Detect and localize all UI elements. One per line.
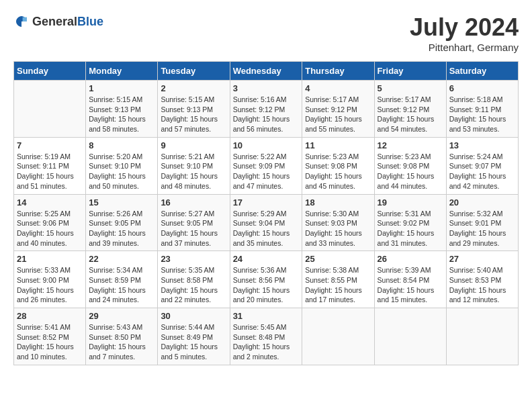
day-cell: 24Sunrise: 5:36 AMSunset: 8:56 PMDayligh…: [230, 251, 302, 308]
day-cell: [374, 308, 446, 365]
day-info: Sunrise: 5:27 AMSunset: 9:05 PMDaylight:…: [161, 210, 218, 247]
day-number: 13: [449, 140, 515, 150]
day-info: Sunrise: 5:31 AMSunset: 9:02 PMDaylight:…: [378, 210, 435, 247]
day-number: 27: [449, 254, 515, 264]
day-number: 30: [161, 311, 226, 321]
logo-text: GeneralBlue: [32, 15, 103, 29]
week-row-2: 7Sunrise: 5:19 AMSunset: 9:11 PMDaylight…: [14, 137, 519, 194]
day-info: Sunrise: 5:35 AMSunset: 8:58 PMDaylight:…: [161, 266, 218, 304]
day-info: Sunrise: 5:36 AMSunset: 8:56 PMDaylight:…: [233, 266, 290, 304]
day-info: Sunrise: 5:18 AMSunset: 9:11 PMDaylight:…: [449, 95, 506, 133]
day-cell: 29Sunrise: 5:43 AMSunset: 8:50 PMDayligh…: [86, 308, 158, 365]
day-number: 7: [17, 140, 83, 150]
day-info: Sunrise: 5:17 AMSunset: 9:12 PMDaylight:…: [305, 95, 362, 133]
day-cell: 19Sunrise: 5:31 AMSunset: 9:02 PMDayligh…: [374, 194, 446, 251]
day-info: Sunrise: 5:17 AMSunset: 9:12 PMDaylight:…: [378, 95, 435, 133]
header-row: SundayMondayTuesdayWednesdayThursdayFrid…: [14, 62, 519, 81]
calendar-body: 1Sunrise: 5:15 AMSunset: 9:13 PMDaylight…: [14, 81, 519, 365]
day-number: 23: [161, 254, 226, 264]
day-cell: 9Sunrise: 5:21 AMSunset: 9:10 PMDaylight…: [158, 137, 230, 194]
day-cell: 17Sunrise: 5:29 AMSunset: 9:04 PMDayligh…: [230, 194, 302, 251]
title-block: July 2024 Pittenhart, Germany: [410, 13, 519, 53]
day-number: 16: [161, 197, 226, 208]
day-number: 24: [233, 254, 300, 264]
day-info: Sunrise: 5:34 AMSunset: 8:59 PMDaylight:…: [89, 266, 146, 304]
header-cell-friday: Friday: [374, 62, 446, 81]
day-cell: 23Sunrise: 5:35 AMSunset: 8:58 PMDayligh…: [158, 251, 230, 308]
day-number: 17: [233, 197, 300, 208]
calendar-header: SundayMondayTuesdayWednesdayThursdayFrid…: [14, 62, 519, 81]
day-number: 6: [449, 83, 515, 93]
day-number: 29: [89, 311, 154, 321]
day-info: Sunrise: 5:23 AMSunset: 9:08 PMDaylight:…: [378, 152, 435, 190]
day-number: 9: [161, 140, 226, 150]
day-cell: 3Sunrise: 5:16 AMSunset: 9:12 PMDaylight…: [230, 81, 302, 138]
day-cell: 26Sunrise: 5:39 AMSunset: 8:54 PMDayligh…: [374, 251, 446, 308]
day-cell: [14, 81, 86, 138]
day-number: 10: [233, 140, 300, 150]
day-info: Sunrise: 5:20 AMSunset: 9:10 PMDaylight:…: [89, 152, 146, 190]
day-number: 31: [233, 311, 300, 321]
day-info: Sunrise: 5:21 AMSunset: 9:10 PMDaylight:…: [161, 152, 218, 190]
day-number: 12: [378, 140, 443, 150]
day-cell: 12Sunrise: 5:23 AMSunset: 9:08 PMDayligh…: [374, 137, 446, 194]
day-cell: 5Sunrise: 5:17 AMSunset: 9:12 PMDaylight…: [374, 81, 446, 138]
day-cell: 1Sunrise: 5:15 AMSunset: 9:13 PMDaylight…: [86, 81, 158, 138]
day-cell: 6Sunrise: 5:18 AMSunset: 9:11 PMDaylight…: [446, 81, 518, 138]
day-info: Sunrise: 5:45 AMSunset: 8:48 PMDaylight:…: [233, 323, 290, 361]
calendar-table: SundayMondayTuesdayWednesdayThursdayFrid…: [13, 61, 519, 365]
day-info: Sunrise: 5:15 AMSunset: 9:13 PMDaylight:…: [89, 95, 146, 133]
day-number: 15: [89, 197, 154, 208]
day-number: 3: [233, 83, 300, 93]
day-info: Sunrise: 5:39 AMSunset: 8:54 PMDaylight:…: [378, 266, 435, 304]
day-number: 1: [89, 83, 154, 93]
day-info: Sunrise: 5:40 AMSunset: 8:53 PMDaylight:…: [449, 266, 506, 304]
day-cell: 2Sunrise: 5:15 AMSunset: 9:13 PMDaylight…: [158, 81, 230, 138]
day-cell: 20Sunrise: 5:32 AMSunset: 9:01 PMDayligh…: [446, 194, 518, 251]
day-info: Sunrise: 5:19 AMSunset: 9:11 PMDaylight:…: [17, 152, 74, 190]
day-cell: 4Sunrise: 5:17 AMSunset: 9:12 PMDaylight…: [302, 81, 374, 138]
day-info: Sunrise: 5:29 AMSunset: 9:04 PMDaylight:…: [233, 210, 290, 247]
day-number: 8: [89, 140, 154, 150]
day-info: Sunrise: 5:32 AMSunset: 9:01 PMDaylight:…: [449, 210, 506, 247]
header-cell-tuesday: Tuesday: [158, 62, 230, 81]
day-info: Sunrise: 5:44 AMSunset: 8:49 PMDaylight:…: [161, 323, 218, 361]
day-cell: 25Sunrise: 5:38 AMSunset: 8:55 PMDayligh…: [302, 251, 374, 308]
day-cell: 21Sunrise: 5:33 AMSunset: 9:00 PMDayligh…: [14, 251, 86, 308]
day-info: Sunrise: 5:25 AMSunset: 9:06 PMDaylight:…: [17, 210, 74, 247]
week-row-1: 1Sunrise: 5:15 AMSunset: 9:13 PMDaylight…: [14, 81, 519, 138]
day-cell: 28Sunrise: 5:41 AMSunset: 8:52 PMDayligh…: [14, 308, 86, 365]
day-number: 11: [305, 140, 371, 150]
day-cell: 11Sunrise: 5:23 AMSunset: 9:08 PMDayligh…: [302, 137, 374, 194]
day-number: 20: [449, 197, 515, 208]
day-cell: 10Sunrise: 5:22 AMSunset: 9:09 PMDayligh…: [230, 137, 302, 194]
week-row-4: 21Sunrise: 5:33 AMSunset: 9:00 PMDayligh…: [14, 251, 519, 308]
day-number: 5: [378, 83, 443, 93]
day-number: 22: [89, 254, 154, 264]
day-info: Sunrise: 5:23 AMSunset: 9:08 PMDaylight:…: [305, 152, 362, 190]
day-number: 2: [161, 83, 226, 93]
day-cell: 15Sunrise: 5:26 AMSunset: 9:05 PMDayligh…: [86, 194, 158, 251]
day-cell: [302, 308, 374, 365]
day-cell: 14Sunrise: 5:25 AMSunset: 9:06 PMDayligh…: [14, 194, 86, 251]
day-info: Sunrise: 5:26 AMSunset: 9:05 PMDaylight:…: [89, 210, 146, 247]
week-row-3: 14Sunrise: 5:25 AMSunset: 9:06 PMDayligh…: [14, 194, 519, 251]
day-info: Sunrise: 5:33 AMSunset: 9:00 PMDaylight:…: [17, 266, 74, 304]
day-info: Sunrise: 5:41 AMSunset: 8:52 PMDaylight:…: [17, 323, 74, 361]
day-info: Sunrise: 5:22 AMSunset: 9:09 PMDaylight:…: [233, 152, 290, 190]
day-info: Sunrise: 5:15 AMSunset: 9:13 PMDaylight:…: [161, 95, 218, 133]
day-cell: 31Sunrise: 5:45 AMSunset: 8:48 PMDayligh…: [230, 308, 302, 365]
day-number: 18: [305, 197, 371, 208]
day-cell: 8Sunrise: 5:20 AMSunset: 9:10 PMDaylight…: [86, 137, 158, 194]
day-info: Sunrise: 5:16 AMSunset: 9:12 PMDaylight:…: [233, 95, 290, 133]
day-cell: 22Sunrise: 5:34 AMSunset: 8:59 PMDayligh…: [86, 251, 158, 308]
day-info: Sunrise: 5:38 AMSunset: 8:55 PMDaylight:…: [305, 266, 362, 304]
header-cell-wednesday: Wednesday: [230, 62, 302, 81]
header-cell-thursday: Thursday: [302, 62, 374, 81]
day-cell: 18Sunrise: 5:30 AMSunset: 9:03 PMDayligh…: [302, 194, 374, 251]
day-number: 19: [378, 197, 443, 208]
day-number: 25: [305, 254, 371, 264]
day-number: 28: [17, 311, 83, 321]
header: GeneralBlue July 2024 Pittenhart, German…: [13, 13, 519, 53]
month-year: July 2024: [410, 13, 519, 42]
